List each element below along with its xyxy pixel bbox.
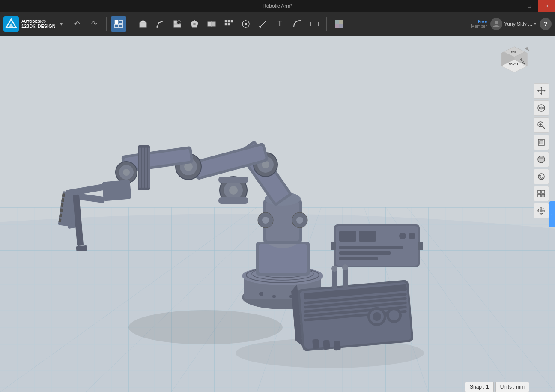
svg-rect-36 (335, 20, 339, 24)
fillet-button[interactable] (289, 16, 305, 32)
snap-status[interactable]: Snap : 1 (465, 382, 494, 392)
orbit-tool-button[interactable] (534, 100, 549, 116)
svg-rect-125 (339, 251, 391, 255)
svg-rect-4 (115, 20, 118, 24)
undo-button[interactable]: ↶ (69, 16, 85, 32)
snap-settings-icon (537, 206, 546, 215)
logo-dropdown-arrow[interactable]: ▾ (60, 21, 63, 27)
right-tools-panel (534, 83, 549, 218)
svg-point-40 (495, 21, 498, 24)
svg-rect-99 (102, 180, 131, 201)
primitive-button[interactable] (135, 16, 151, 32)
fit-all-icon (537, 138, 546, 147)
free-label: Free (478, 19, 487, 24)
redo-button[interactable]: ↷ (87, 16, 102, 32)
svg-rect-174 (538, 190, 541, 193)
svg-rect-120 (339, 231, 356, 242)
orbit-icon (537, 104, 546, 112)
view-style-button[interactable] (534, 152, 549, 167)
modify-button[interactable] (187, 16, 202, 32)
units-status[interactable]: Units : mm (495, 382, 529, 392)
pattern-button[interactable] (221, 16, 236, 32)
construct-icon (173, 19, 182, 29)
measure-button[interactable] (255, 16, 271, 32)
svg-rect-5 (119, 20, 122, 24)
logo-line2: 123D® DESIGN (21, 24, 56, 29)
svg-point-123 (409, 233, 415, 239)
maximize-button[interactable]: □ (521, 0, 538, 12)
svg-point-180 (540, 207, 542, 209)
svg-rect-128 (418, 242, 423, 250)
svg-rect-175 (542, 190, 545, 193)
svg-rect-147 (343, 268, 348, 289)
svg-rect-39 (339, 24, 343, 28)
measure-icon (258, 19, 268, 29)
logo-text: AUTODESK® 123D® DESIGN (21, 19, 56, 29)
svg-point-72 (262, 217, 269, 224)
svg-point-172 (538, 174, 544, 180)
minimize-button[interactable]: ─ (504, 0, 521, 12)
svg-rect-124 (339, 246, 403, 249)
materials-button[interactable] (331, 16, 346, 32)
svg-marker-162 (537, 90, 539, 92)
svg-rect-38 (335, 24, 339, 28)
logo-line1: AUTODESK® (21, 19, 56, 24)
view-cube[interactable]: FRONT RIGHT TOP (499, 45, 529, 75)
svg-rect-144 (334, 341, 341, 350)
toolbar-separator-3 (326, 17, 327, 31)
pattern-icon (224, 19, 233, 29)
svg-rect-18 (211, 22, 215, 26)
svg-rect-111 (61, 198, 64, 202)
sketch-icon (155, 19, 165, 29)
fit-all-button[interactable] (534, 135, 549, 150)
toolbar-separator-2 (131, 17, 131, 31)
snap-button[interactable] (238, 16, 254, 32)
perspective-button[interactable] (534, 169, 549, 184)
text-button[interactable]: T (272, 16, 288, 32)
svg-text:FRONT: FRONT (509, 62, 518, 65)
group-button[interactable] (204, 16, 219, 32)
sketch-button[interactable] (152, 16, 168, 32)
right-panel-pull-tab[interactable]: ‹ (549, 201, 555, 227)
svg-point-52 (128, 310, 283, 344)
perspective-icon (537, 172, 546, 181)
svg-point-122 (399, 233, 406, 239)
svg-marker-10 (140, 20, 146, 23)
user-menu[interactable]: Yuriy Skly ... ▾ (490, 18, 536, 30)
view-style-icon (537, 155, 546, 164)
construct-button[interactable] (170, 16, 185, 32)
svg-rect-127 (331, 242, 336, 250)
dimension-button[interactable] (307, 16, 322, 32)
viewport[interactable]: FRONT RIGHT TOP (0, 36, 555, 392)
toolbar: AUTODESK® 123D® DESIGN ▾ ↶ ↷ + (0, 12, 555, 36)
svg-point-181 (540, 213, 542, 215)
svg-rect-6 (115, 24, 118, 28)
account-area: Free Member Yuriy Skly ... ▾ ? (471, 18, 552, 30)
svg-rect-80 (218, 197, 248, 204)
primitive-icon (138, 19, 148, 29)
svg-marker-157 (525, 47, 529, 51)
user-dropdown-arrow[interactable]: ▾ (534, 21, 536, 26)
svg-rect-143 (323, 340, 330, 350)
svg-rect-7 (119, 24, 122, 28)
user-name: Yuriy Skly ... (504, 21, 532, 27)
add-shape-button[interactable]: + (111, 16, 126, 32)
pan-tool-button[interactable] (534, 83, 549, 99)
zoom-tool-button[interactable] (534, 117, 549, 133)
svg-rect-112 (60, 203, 63, 207)
close-button[interactable]: ✕ (538, 0, 555, 12)
svg-marker-161 (540, 93, 542, 95)
group-icon (207, 19, 216, 29)
svg-point-16 (193, 23, 196, 25)
snap-settings-button[interactable] (534, 203, 549, 218)
svg-marker-163 (544, 90, 546, 92)
svg-rect-98 (148, 147, 150, 188)
svg-rect-95 (139, 147, 141, 188)
materials-icon (334, 19, 343, 29)
svg-marker-160 (540, 87, 542, 88)
svg-point-149 (342, 264, 348, 270)
fillet-icon (292, 19, 302, 29)
grid-settings-button[interactable] (534, 186, 549, 201)
svg-rect-177 (542, 194, 545, 197)
help-button[interactable]: ? (540, 18, 552, 30)
